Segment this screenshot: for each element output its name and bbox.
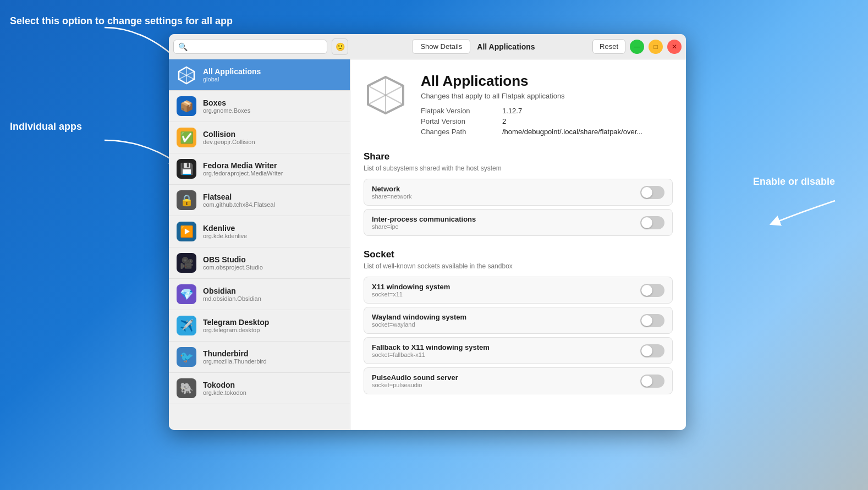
toggle-network-info: Network share=network xyxy=(372,185,411,200)
changes-path-value: /home/debugpoint/.local/share/flatpak/ov… xyxy=(502,128,673,136)
reset-button[interactable]: Reset xyxy=(592,39,625,54)
share-title: Share xyxy=(364,151,673,162)
flatseal-icon: 🔒 xyxy=(177,190,196,210)
toggle-wayland-id: socket=wayland xyxy=(372,321,466,328)
obs-name: OBS Studio xyxy=(203,255,263,264)
minimize-button[interactable]: — xyxy=(630,40,644,54)
sidebar-item-telegram[interactable]: ✈️ Telegram Desktop org.telegram.desktop xyxy=(169,310,350,342)
fedora-name: Fedora Media Writer xyxy=(203,161,283,170)
boxes-app-id: org.gnome.Boxes xyxy=(203,107,250,114)
sidebar-item-obsidian[interactable]: 💎 Obsidian md.obsidian.Obsidian xyxy=(169,279,350,310)
portal-version-value: 2 xyxy=(502,117,673,125)
obsidian-app-id: md.obsidian.Obsidian xyxy=(203,295,261,302)
titlebar-center: Show Details All Applications xyxy=(355,39,592,54)
fedora-info: Fedora Media Writer org.fedoraproject.Me… xyxy=(203,161,283,177)
toggle-x11-name: X11 windowing system xyxy=(372,283,450,291)
show-details-button[interactable]: Show Details xyxy=(412,39,470,54)
portal-version-label: Portal Version xyxy=(421,117,498,125)
thunderbird-app-id: org.mozilla.Thunderbird xyxy=(203,358,267,365)
all-applications-info: All Applications global xyxy=(203,67,261,82)
toggle-pulseaudio-id: socket=pulseaudio xyxy=(372,382,458,388)
sidebar-item-collision[interactable]: ✅ Collision dev.geopjr.Collision xyxy=(169,122,350,153)
thunderbird-name: Thunderbird xyxy=(203,349,267,358)
tokodon-info: Tokodon org.kde.tokodon xyxy=(203,381,246,396)
sidebar-item-flatseal[interactable]: 🔒 Flatseal com.github.tchx84.Flatseal xyxy=(169,185,350,216)
titlebar: 🔍 🙂 Show Details All Applications Reset … xyxy=(169,34,686,59)
all-applications-icon xyxy=(177,65,196,85)
telegram-icon: ✈️ xyxy=(177,316,196,335)
flatseal-app-id: com.github.tchx84.Flatseal xyxy=(203,201,275,208)
sidebar-item-thunderbird[interactable]: 🐦 Thunderbird org.mozilla.Thunderbird xyxy=(169,342,350,373)
toggle-wayland-info: Wayland windowing system socket=wayland xyxy=(372,313,466,328)
tokodon-app-id: org.kde.tokodon xyxy=(203,389,246,396)
maximize-button[interactable]: □ xyxy=(649,40,663,54)
all-applications-id: global xyxy=(203,76,261,82)
toggle-ipc-name: Inter-process communications xyxy=(372,215,476,223)
flatpak-version-label: Flatpak Version xyxy=(421,107,498,115)
telegram-info: Telegram Desktop org.telegram.desktop xyxy=(203,318,269,333)
toggle-x11: X11 windowing system socket=x11 xyxy=(364,277,673,304)
kdenlive-info: Kdenlive org.kde.kdenlive xyxy=(203,224,247,239)
tokodon-name: Tokodon xyxy=(203,381,246,389)
share-section: Share List of subsystems shared with the… xyxy=(364,151,673,236)
toggle-wayland-name: Wayland windowing system xyxy=(372,313,466,321)
flatseal-name: Flatseal xyxy=(203,192,275,201)
boxes-icon: 📦 xyxy=(177,96,196,116)
toggle-fallback-name: Fallback to X11 windowing system xyxy=(372,343,490,351)
kdenlive-name: Kdenlive xyxy=(203,224,247,233)
obsidian-info: Obsidian md.obsidian.Obsidian xyxy=(203,287,261,302)
changes-path-label: Changes Path xyxy=(421,128,498,136)
kdenlive-app-id: org.kde.kdenlive xyxy=(203,233,247,239)
toggle-network-id: share=network xyxy=(372,193,411,200)
toggle-network: Network share=network xyxy=(364,179,673,206)
flatpak-version-value: 1.12.7 xyxy=(502,107,673,115)
sidebar: All Applications global 📦 Boxes org.gnom… xyxy=(169,59,350,430)
toggle-fallback-info: Fallback to X11 windowing system socket=… xyxy=(372,343,490,358)
window-body: All Applications global 📦 Boxes org.gnom… xyxy=(169,59,686,430)
toggle-pulseaudio: PulseAudio sound server socket=pulseaudi… xyxy=(364,367,673,394)
boxes-info: Boxes org.gnome.Boxes xyxy=(203,98,250,114)
toggle-pulseaudio-info: PulseAudio sound server socket=pulseaudi… xyxy=(372,373,458,388)
obs-icon: 🎥 xyxy=(177,253,196,273)
socket-section: Socket List of well-known sockets availa… xyxy=(364,249,673,394)
sidebar-item-obs[interactable]: 🎥 OBS Studio com.obsproject.Studio xyxy=(169,247,350,279)
emoji-button[interactable]: 🙂 xyxy=(332,38,348,55)
toggle-ipc-info: Inter-process communications share=ipc xyxy=(372,215,476,230)
search-box[interactable]: 🔍 xyxy=(173,40,327,54)
toggle-network-name: Network xyxy=(372,185,411,193)
tokodon-icon: 🐘 xyxy=(177,378,196,398)
sidebar-item-all-applications[interactable]: All Applications global xyxy=(169,59,350,91)
search-icon: 🔍 xyxy=(178,42,188,51)
toggle-x11-switch[interactable] xyxy=(640,284,664,297)
telegram-name: Telegram Desktop xyxy=(203,318,269,327)
toggle-wayland-switch[interactable] xyxy=(640,314,664,327)
fedora-icon: 💾 xyxy=(177,159,196,179)
obsidian-name: Obsidian xyxy=(203,287,261,295)
obs-app-id: com.obsproject.Studio xyxy=(203,264,263,271)
sidebar-item-fedora[interactable]: 💾 Fedora Media Writer org.fedoraproject.… xyxy=(169,153,350,185)
sidebar-item-boxes[interactable]: 📦 Boxes org.gnome.Boxes xyxy=(169,91,350,122)
sidebar-item-kdenlive[interactable]: ▶️ Kdenlive org.kde.kdenlive xyxy=(169,216,350,247)
close-button[interactable]: ✕ xyxy=(667,40,682,54)
telegram-app-id: org.telegram.desktop xyxy=(203,327,269,333)
sidebar-item-tokodon[interactable]: 🐘 Tokodon org.kde.tokodon xyxy=(169,373,350,404)
flatseal-info: Flatseal com.github.tchx84.Flatseal xyxy=(203,192,275,208)
app-header: All Applications Changes that apply to a… xyxy=(364,73,673,136)
socket-title: Socket xyxy=(364,249,673,260)
annotation-right: Enable or disable xyxy=(753,176,835,188)
toggle-ipc-switch[interactable] xyxy=(640,216,664,229)
titlebar-right: Reset — □ ✕ xyxy=(592,39,682,54)
toggle-fallback-id: socket=fallback-x11 xyxy=(372,351,490,358)
toggle-ipc: Inter-process communications share=ipc xyxy=(364,209,673,236)
all-applications-name: All Applications xyxy=(203,67,261,76)
collision-info: Collision dev.geopjr.Collision xyxy=(203,130,255,145)
search-input[interactable] xyxy=(191,42,322,51)
toggle-fallback-x11: Fallback to X11 windowing system socket=… xyxy=(364,337,673,364)
toggle-network-switch[interactable] xyxy=(640,186,664,199)
obsidian-icon: 💎 xyxy=(177,284,196,304)
toggle-fallback-switch[interactable] xyxy=(640,344,664,357)
annotation-middle: Individual apps xyxy=(10,121,82,133)
obs-info: OBS Studio com.obsproject.Studio xyxy=(203,255,263,271)
toggle-pulseaudio-switch[interactable] xyxy=(640,375,664,388)
collision-icon: ✅ xyxy=(177,128,196,147)
